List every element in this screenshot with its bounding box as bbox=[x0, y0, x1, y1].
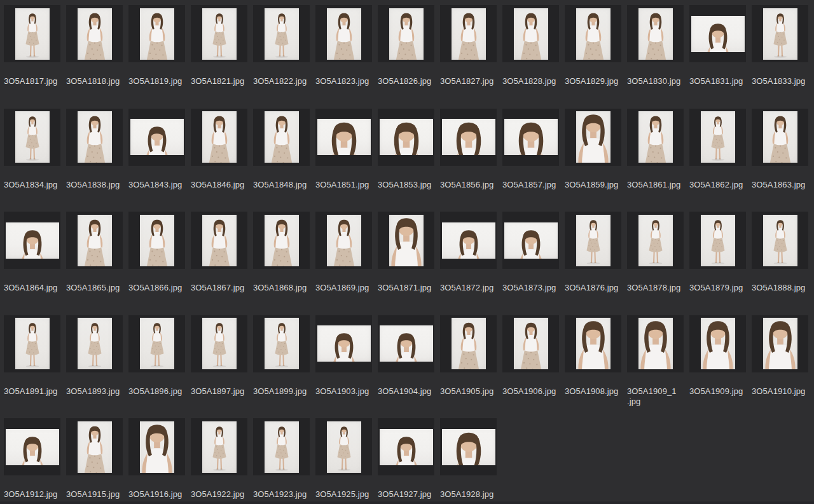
thumbnail-frame[interactable] bbox=[752, 315, 808, 372]
thumbnail-frame[interactable] bbox=[752, 212, 808, 269]
thumbnail-frame[interactable] bbox=[378, 212, 434, 269]
thumbnail-frame[interactable] bbox=[440, 418, 497, 475]
thumbnail-frame[interactable] bbox=[66, 315, 123, 372]
file-item[interactable]: 3O5A1925​.jpg bbox=[315, 418, 378, 504]
file-item[interactable]: 3O5A1857​.jpg bbox=[502, 109, 565, 212]
file-item[interactable]: 3O5A1891​.jpg bbox=[4, 315, 66, 419]
thumbnail-frame[interactable] bbox=[4, 109, 60, 166]
file-item[interactable]: 3O5A1896​.jpg bbox=[128, 315, 191, 419]
file-item[interactable]: 3O5A1828​.jpg bbox=[502, 5, 565, 109]
file-item[interactable]: 3O5A1905​.jpg bbox=[440, 315, 502, 419]
thumbnail-frame[interactable] bbox=[66, 418, 123, 475]
file-item[interactable]: 3O5A1822​.jpg bbox=[253, 5, 315, 109]
thumbnail-frame[interactable] bbox=[128, 315, 185, 372]
file-item[interactable]: 3O5A1817​.jpg bbox=[4, 5, 66, 109]
thumbnail-frame[interactable] bbox=[502, 315, 559, 372]
file-item[interactable]: 3O5A1869​.jpg bbox=[315, 212, 378, 315]
file-item[interactable]: 3O5A1906​.jpg bbox=[502, 315, 565, 419]
thumbnail-frame[interactable] bbox=[191, 418, 247, 475]
file-item[interactable]: 3O5A1904​.jpg bbox=[378, 315, 440, 419]
thumbnail-frame[interactable] bbox=[4, 212, 60, 269]
file-item[interactable]: 3O5A1843​.jpg bbox=[128, 109, 191, 212]
thumbnail-frame[interactable] bbox=[565, 315, 621, 372]
file-item[interactable]: 3O5A1899​.jpg bbox=[253, 315, 315, 419]
file-item[interactable]: 3O5A1865​.jpg bbox=[66, 212, 128, 315]
file-item[interactable]: 3O5A1897​.jpg bbox=[191, 315, 253, 419]
thumbnail-frame[interactable] bbox=[128, 212, 185, 269]
file-item[interactable]: 3O5A1818​.jpg bbox=[66, 5, 128, 109]
file-item[interactable]: 3O5A1888​.jpg bbox=[752, 212, 814, 315]
file-item[interactable]: 3O5A1872​.jpg bbox=[440, 212, 502, 315]
file-item[interactable]: 3O5A1838​.jpg bbox=[66, 109, 128, 212]
thumbnail-frame[interactable] bbox=[128, 5, 185, 62]
file-item[interactable]: 3O5A1876​.jpg bbox=[565, 212, 627, 315]
thumbnail-frame[interactable] bbox=[191, 5, 247, 62]
thumbnail-frame[interactable] bbox=[565, 109, 621, 166]
file-item[interactable]: 3O5A1915​.jpg bbox=[66, 418, 128, 504]
file-item[interactable]: 3O5A1910​.jpg bbox=[752, 315, 814, 419]
thumbnail-frame[interactable] bbox=[565, 212, 621, 269]
file-item[interactable]: 3O5A1863​.jpg bbox=[752, 109, 814, 212]
file-item[interactable]: 3O5A1928​.jpg bbox=[440, 418, 502, 504]
file-item[interactable]: 3O5A1909_1​.jpg bbox=[627, 315, 689, 419]
thumbnail-frame[interactable] bbox=[378, 315, 434, 372]
thumbnail-frame[interactable] bbox=[502, 109, 559, 166]
thumbnail-frame[interactable] bbox=[440, 212, 497, 269]
file-item[interactable]: 3O5A1851​.jpg bbox=[315, 109, 378, 212]
file-item[interactable]: 3O5A1827​.jpg bbox=[440, 5, 502, 109]
file-item[interactable]: 3O5A1859​.jpg bbox=[565, 109, 627, 212]
thumbnail-frame[interactable] bbox=[689, 5, 746, 62]
file-item[interactable]: 3O5A1867​.jpg bbox=[191, 212, 253, 315]
thumbnail-frame[interactable] bbox=[689, 315, 746, 372]
file-item[interactable]: 3O5A1831​.jpg bbox=[689, 5, 752, 109]
thumbnail-frame[interactable] bbox=[253, 109, 310, 166]
thumbnail-frame[interactable] bbox=[128, 109, 185, 166]
thumbnail-frame[interactable] bbox=[627, 212, 684, 269]
file-item[interactable]: 3O5A1819​.jpg bbox=[128, 5, 191, 109]
thumbnail-frame[interactable] bbox=[253, 418, 310, 475]
thumbnail-frame[interactable] bbox=[315, 212, 372, 269]
thumbnail-frame[interactable] bbox=[191, 109, 247, 166]
file-item[interactable]: 3O5A1823​.jpg bbox=[315, 5, 378, 109]
thumbnail-frame[interactable] bbox=[315, 418, 372, 475]
thumbnail-frame[interactable] bbox=[128, 418, 185, 475]
thumbnail-frame[interactable] bbox=[4, 5, 60, 62]
file-item[interactable]: 3O5A1927​.jpg bbox=[378, 418, 440, 504]
file-item[interactable]: 3O5A1866​.jpg bbox=[128, 212, 191, 315]
thumbnail-frame[interactable] bbox=[689, 109, 746, 166]
thumbnail-frame[interactable] bbox=[627, 109, 684, 166]
thumbnail-frame[interactable] bbox=[502, 5, 559, 62]
file-item[interactable]: 3O5A1879​.jpg bbox=[689, 212, 752, 315]
file-item[interactable]: 3O5A1862​.jpg bbox=[689, 109, 752, 212]
thumbnail-frame[interactable] bbox=[440, 5, 497, 62]
thumbnail-frame[interactable] bbox=[4, 315, 60, 372]
thumbnail-frame[interactable] bbox=[378, 5, 434, 62]
file-item[interactable]: 3O5A1833​.jpg bbox=[752, 5, 814, 109]
file-item[interactable]: 3O5A1916​.jpg bbox=[128, 418, 191, 504]
thumbnail-frame[interactable] bbox=[752, 5, 808, 62]
thumbnail-frame[interactable] bbox=[627, 5, 684, 62]
file-item[interactable]: 3O5A1848​.jpg bbox=[253, 109, 315, 212]
file-item[interactable]: 3O5A1893​.jpg bbox=[66, 315, 128, 419]
thumbnail-frame[interactable] bbox=[253, 315, 310, 372]
thumbnail-frame[interactable] bbox=[565, 5, 621, 62]
thumbnail-frame[interactable] bbox=[66, 109, 123, 166]
thumbnail-frame[interactable] bbox=[440, 109, 497, 166]
thumbnail-frame[interactable] bbox=[315, 5, 372, 62]
thumbnail-frame[interactable] bbox=[253, 5, 310, 62]
thumbnail-frame[interactable] bbox=[502, 212, 559, 269]
file-item[interactable]: 3O5A1861​.jpg bbox=[627, 109, 689, 212]
file-item[interactable]: 3O5A1830​.jpg bbox=[627, 5, 689, 109]
file-item[interactable]: 3O5A1829​.jpg bbox=[565, 5, 627, 109]
file-item[interactable]: 3O5A1853​.jpg bbox=[378, 109, 440, 212]
thumbnail-frame[interactable] bbox=[253, 212, 310, 269]
file-item[interactable]: 3O5A1903​.jpg bbox=[315, 315, 378, 419]
thumbnail-frame[interactable] bbox=[315, 109, 372, 166]
file-item[interactable]: 3O5A1923​.jpg bbox=[253, 418, 315, 504]
thumbnail-frame[interactable] bbox=[66, 212, 123, 269]
file-item[interactable]: 3O5A1856​.jpg bbox=[440, 109, 502, 212]
thumbnail-frame[interactable] bbox=[689, 212, 746, 269]
thumbnail-frame[interactable] bbox=[191, 315, 247, 372]
file-item[interactable]: 3O5A1871​.jpg bbox=[378, 212, 440, 315]
file-item[interactable]: 3O5A1908​.jpg bbox=[565, 315, 627, 419]
